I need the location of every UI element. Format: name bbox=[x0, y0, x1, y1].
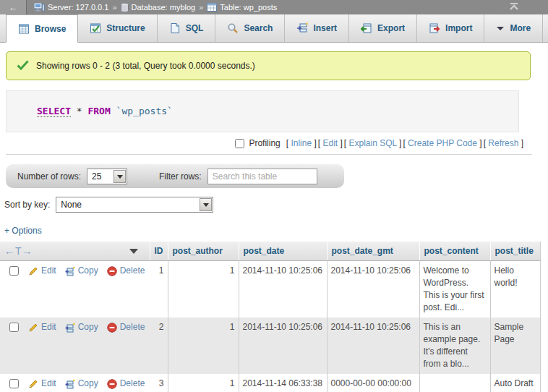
breadcrumb-database-label: Database: myblog bbox=[132, 3, 196, 12]
row-actions-cell: Edit Copy Delete bbox=[0, 261, 150, 318]
column-header-post-date-gmt[interactable]: post_date_gmt bbox=[327, 242, 419, 261]
tab-browse[interactable]: Browse bbox=[6, 14, 78, 43]
server-icon bbox=[34, 3, 45, 12]
delete-icon bbox=[107, 379, 117, 389]
sql-icon bbox=[169, 22, 181, 34]
profiling-label: Profiling bbox=[249, 138, 280, 148]
edit-link[interactable]: Edit bbox=[28, 321, 56, 333]
cell-id: 1 bbox=[150, 261, 168, 318]
cell-post-author: 1 bbox=[168, 261, 239, 318]
delete-icon bbox=[107, 266, 117, 276]
row-actions-cell: Edit Copy Delete bbox=[0, 318, 150, 374]
delete-link[interactable]: Delete bbox=[107, 265, 145, 277]
options-toggle-link[interactable]: + Options bbox=[4, 226, 42, 236]
browse-icon bbox=[18, 23, 30, 35]
breadcrumb-separator: » bbox=[199, 3, 203, 12]
row-checkbox[interactable] bbox=[9, 323, 19, 332]
results-header-row: ←T→ ID post_author post_date post_date_g… bbox=[0, 242, 540, 261]
tab-import[interactable]: Import bbox=[417, 14, 484, 42]
copy-icon bbox=[65, 379, 75, 389]
tab-more[interactable]: More bbox=[484, 14, 543, 42]
transpose-control[interactable]: ←T→ bbox=[4, 245, 33, 257]
tab-insert[interactable]: Insert bbox=[285, 14, 349, 42]
filter-rows-input[interactable] bbox=[207, 169, 317, 184]
tab-browse-label: Browse bbox=[35, 24, 66, 34]
rows-control-bar: Number of rows: 25 Filter rows: bbox=[6, 164, 344, 188]
breadcrumb-separator: » bbox=[112, 3, 116, 12]
tab-structure-label: Structure bbox=[106, 23, 145, 33]
export-icon bbox=[361, 22, 372, 34]
table-row: Edit Copy Delete 1 1 2014-11-10 10:25:06… bbox=[0, 261, 540, 318]
sort-by-key-row: Sort by key: None bbox=[4, 197, 548, 213]
row-checkbox[interactable] bbox=[9, 379, 19, 388]
tab-sql-label: SQL bbox=[186, 23, 204, 33]
breadcrumb-server[interactable]: Server: 127.0.0.1 bbox=[34, 3, 108, 12]
explain-sql-link[interactable]: Explain SQL bbox=[344, 138, 402, 148]
profiling-checkbox[interactable] bbox=[235, 139, 244, 148]
breadcrumb: Server: 127.0.0.1 » Database: myblog » T… bbox=[34, 3, 277, 12]
create-php-code-link[interactable]: Create PHP Code bbox=[403, 138, 481, 148]
copy-icon bbox=[65, 323, 75, 333]
database-icon bbox=[121, 3, 129, 12]
edit-query-link[interactable]: Edit bbox=[318, 138, 343, 148]
sql-keyword-select[interactable]: SELECT bbox=[37, 106, 71, 117]
results-table: ←T→ ID post_author post_date post_date_g… bbox=[0, 242, 541, 392]
inline-link[interactable]: Inline bbox=[286, 138, 317, 148]
sort-by-key-select[interactable]: None bbox=[56, 197, 213, 213]
insert-icon bbox=[296, 22, 308, 34]
tab-insert-label: Insert bbox=[313, 23, 337, 33]
column-header-post-author[interactable]: post_author bbox=[168, 242, 239, 261]
table-icon bbox=[207, 3, 217, 12]
sort-by-key-label: Sort by key: bbox=[4, 200, 50, 210]
breadcrumb-table-label: Table: wp_posts bbox=[220, 3, 277, 12]
sort-dropdown-icon[interactable] bbox=[129, 249, 138, 254]
pencil-icon bbox=[28, 323, 38, 333]
tab-bar: Browse Structure SQL Search Insert Expor… bbox=[0, 14, 548, 43]
tab-search[interactable]: Search bbox=[215, 14, 285, 42]
back-button[interactable]: ← bbox=[0, 0, 27, 14]
table-row: Edit Copy Delete 3 1 2014-11-14 06:33:38… bbox=[0, 374, 540, 392]
cell-post-title: Sample Page bbox=[490, 318, 540, 374]
tab-search-label: Search bbox=[244, 23, 273, 33]
tab-structure[interactable]: Structure bbox=[78, 14, 157, 42]
tab-export-label: Export bbox=[377, 23, 405, 33]
cell-post-content: This is an example page. It's different … bbox=[419, 318, 490, 374]
back-arrow-icon: ← bbox=[9, 2, 18, 13]
column-header-post-date[interactable]: post_date bbox=[239, 242, 327, 261]
row-checkbox[interactable] bbox=[9, 266, 19, 276]
table-row: Edit Copy Delete 2 1 2014-11-10 10:25:06… bbox=[0, 318, 540, 374]
tab-import-label: Import bbox=[445, 23, 472, 33]
number-of-rows-select[interactable]: 25 bbox=[87, 169, 127, 184]
column-header-id[interactable]: ID bbox=[150, 242, 168, 261]
column-header-post-content[interactable]: post_content bbox=[419, 242, 490, 261]
query-section: SELECT * FROM `wp_posts` Profiling Inlin… bbox=[6, 90, 532, 155]
header-actions-cell: ←T→ bbox=[0, 242, 150, 261]
sql-keyword-from: FROM bbox=[87, 106, 110, 116]
cell-post-content: Welcome to WordPress. This is your first… bbox=[419, 261, 490, 318]
filter-rows-label: Filter rows: bbox=[159, 171, 202, 182]
breadcrumb-database[interactable]: Database: myblog bbox=[121, 3, 196, 12]
tab-export[interactable]: Export bbox=[349, 14, 417, 42]
search-icon bbox=[227, 22, 239, 34]
tab-more-label: More bbox=[510, 23, 531, 33]
status-message: Showing rows 0 - 2 (3 total, Query took … bbox=[6, 51, 531, 80]
copy-link[interactable]: Copy bbox=[65, 321, 98, 333]
cell-post-title: Auto Draft bbox=[490, 374, 540, 392]
number-of-rows-select-wrap: 25 bbox=[87, 169, 127, 184]
column-header-post-title[interactable]: post_title bbox=[490, 242, 540, 261]
structure-icon bbox=[90, 22, 101, 34]
cell-post-author: 1 bbox=[168, 374, 239, 392]
edit-link[interactable]: Edit bbox=[28, 265, 56, 277]
sql-table-name: `wp_posts` bbox=[116, 106, 173, 116]
delete-link[interactable]: Delete bbox=[107, 378, 145, 390]
collapse-panel-icon[interactable] bbox=[509, 2, 519, 13]
delete-link[interactable]: Delete bbox=[107, 321, 145, 333]
edit-link[interactable]: Edit bbox=[28, 378, 56, 390]
cell-post-content bbox=[419, 374, 490, 392]
copy-link[interactable]: Copy bbox=[65, 378, 98, 390]
tab-sql[interactable]: SQL bbox=[158, 14, 216, 42]
pencil-icon bbox=[28, 266, 38, 276]
refresh-link[interactable]: Refresh bbox=[484, 138, 523, 148]
copy-link[interactable]: Copy bbox=[65, 265, 98, 277]
breadcrumb-table[interactable]: Table: wp_posts bbox=[207, 3, 277, 12]
